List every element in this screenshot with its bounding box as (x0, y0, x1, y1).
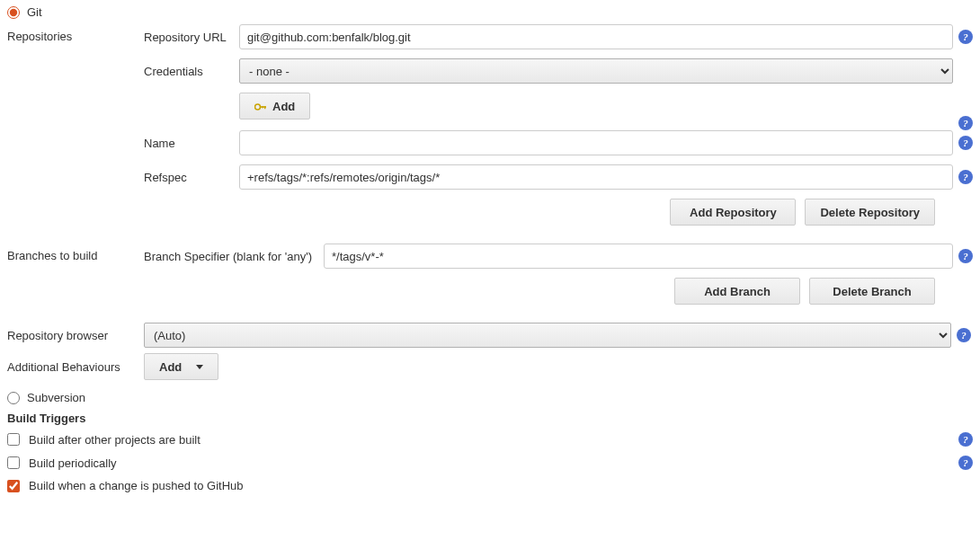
trigger-after-projects-label: Build after other projects are built (29, 433, 949, 447)
branches-section-label: Branches to build (7, 244, 144, 262)
repo-browser-select[interactable]: (Auto) (144, 323, 951, 348)
repo-browser-label: Repository browser (7, 329, 144, 342)
repo-name-label: Name (144, 137, 234, 150)
add-credentials-label: Add (272, 100, 295, 113)
trigger-after-projects-checkbox[interactable] (7, 433, 20, 446)
repositories-section-label: Repositories (7, 24, 144, 43)
help-icon[interactable]: ? (958, 432, 973, 447)
repo-name-input[interactable] (239, 130, 953, 155)
help-icon[interactable]: ? (958, 136, 973, 150)
add-credentials-button[interactable]: Add (239, 93, 310, 120)
repository-url-label: Repository URL (144, 31, 234, 44)
add-branch-button[interactable]: Add Branch (674, 278, 800, 305)
help-icon[interactable]: ? (957, 328, 971, 342)
build-triggers-header: Build Triggers (7, 412, 973, 425)
scm-svn-label: Subversion (27, 391, 85, 404)
add-repository-button[interactable]: Add Repository (670, 199, 796, 226)
credentials-select[interactable]: - none - (239, 58, 953, 84)
key-icon (254, 102, 267, 110)
add-behaviour-button[interactable]: Add (144, 353, 218, 380)
refspec-label: Refspec (144, 171, 234, 184)
help-icon[interactable]: ? (958, 456, 973, 470)
help-icon[interactable]: ? (958, 249, 973, 263)
delete-branch-button[interactable]: Delete Branch (809, 278, 935, 305)
add-behaviour-label: Add (159, 360, 182, 374)
help-icon[interactable]: ? (958, 170, 973, 184)
repository-url-input[interactable] (239, 24, 953, 49)
trigger-periodically-label: Build periodically (29, 456, 949, 470)
scm-svn-radio[interactable] (7, 392, 20, 404)
branch-specifier-input[interactable] (324, 244, 953, 269)
trigger-github-push-checkbox[interactable] (7, 480, 20, 492)
trigger-github-push-label: Build when a change is pushed to GitHub (29, 479, 973, 492)
svg-point-0 (255, 104, 261, 110)
refspec-input[interactable] (239, 164, 953, 190)
additional-behaviours-label: Additional Behaviours (7, 360, 144, 374)
branch-specifier-label: Branch Specifier (blank for 'any') (144, 250, 318, 263)
help-icon[interactable]: ? (958, 30, 973, 44)
delete-repository-button[interactable]: Delete Repository (805, 199, 935, 226)
svg-rect-3 (263, 106, 263, 108)
scm-git-label: Git (27, 5, 42, 19)
credentials-label: Credentials (144, 65, 234, 78)
help-icon[interactable]: ? (958, 116, 973, 130)
trigger-periodically-checkbox[interactable] (7, 456, 20, 469)
scm-git-radio[interactable] (7, 6, 20, 19)
svg-rect-2 (264, 106, 265, 109)
chevron-down-icon (196, 365, 203, 369)
